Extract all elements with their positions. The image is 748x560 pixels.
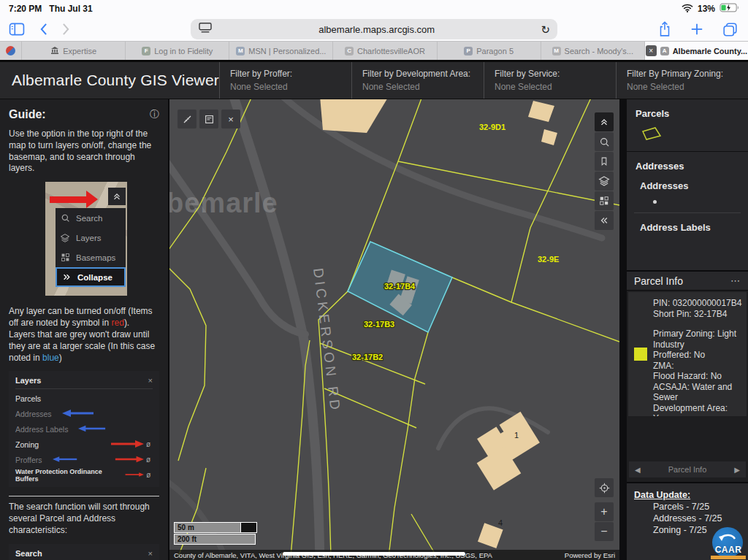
menu-item-basemaps: Basemaps — [56, 248, 126, 267]
msn-favicon: M — [236, 47, 245, 55]
filter-service[interactable]: Filter by Service: None Selected — [484, 62, 616, 99]
zoom-out-button[interactable]: − — [595, 522, 614, 541]
red-arrow — [110, 440, 144, 449]
parcel-zma: ZMA: — [653, 361, 744, 372]
tab-msn[interactable]: M MSN | Personalized... — [229, 42, 333, 60]
blue-word: blue — [42, 353, 59, 363]
page-title: Albemarle County GIS Viewer — [0, 62, 219, 99]
moodys-favicon: M — [552, 47, 561, 55]
county-watermark: bemarle — [169, 188, 278, 218]
tab-moodys[interactable]: M Search - Moody's... — [541, 42, 645, 60]
parcel-zoning: Primary Zoning: Light Industry — [653, 329, 744, 350]
parcel-label-32-17b4: 32-17B4 — [384, 282, 416, 291]
caor-favicon: C — [345, 47, 354, 55]
parcel-acsaja: ACSAJA: Water and Sewer — [653, 382, 744, 403]
tab-overview-icon[interactable] — [198, 22, 213, 37]
data-update-title: Data Update: — [634, 490, 741, 500]
caar-logo: CAAR — [710, 527, 747, 559]
guide-intro: Use the option in the top right of the m… — [9, 129, 159, 174]
map-toolbar-bottom-right: + − — [595, 478, 614, 542]
blue-arrow — [62, 410, 94, 418]
tab-expertise[interactable]: Expertise — [22, 42, 126, 60]
tab-charlottesvilleaor[interactable]: C CharlottesvilleAOR — [333, 42, 437, 60]
collapse-left-button[interactable] — [595, 211, 614, 230]
parcel-label-32-17b3: 32-17B3 — [364, 320, 394, 329]
measure-tool-button[interactable] — [178, 110, 196, 129]
guide-screenshot-menu: Search Layers Basemaps Collapse — [45, 182, 127, 296]
share-button[interactable] — [658, 21, 671, 37]
pager-prev-icon[interactable]: ◀ — [635, 466, 641, 474]
layer-row-addresses: Addresses — [15, 406, 153, 421]
battery-charging-icon — [720, 3, 739, 15]
filter-development-area[interactable]: Filter by Development Area: None Selecte… — [351, 62, 484, 99]
tab-albemarle-active[interactable]: × A Albemarle County... — [645, 42, 748, 60]
tab-paragon[interactable]: P Paragon 5 — [438, 42, 541, 60]
parcel-flood-hazard: Flood Hazard: No — [653, 371, 744, 382]
guide-sidebar: Guide: ⓘ Use the option in the top right… — [0, 99, 169, 560]
pager-next-icon[interactable]: ▶ — [734, 466, 740, 474]
locate-button[interactable] — [595, 478, 614, 497]
date-label: Thu Jul 31 — [49, 4, 92, 14]
map-container[interactable]: bemarle — [169, 99, 619, 560]
menu-item-search: Search — [56, 208, 126, 228]
info-icon[interactable]: ⓘ — [150, 108, 159, 121]
parcel-pin: PIN: 032000000017B4 — [653, 298, 744, 309]
app-header: Albemarle County GIS Viewer Filter by Pr… — [0, 60, 748, 99]
clock: 7:20 PM — [9, 4, 42, 14]
legend-parcels-title: Parcels — [627, 108, 748, 119]
layer-row-address-labels: Address Labels — [15, 421, 153, 437]
url-text[interactable]: albemarle.maps.arcgis.com — [213, 24, 541, 35]
guide-heading: Guide: — [9, 108, 46, 121]
forward-button[interactable] — [62, 23, 70, 36]
new-tab-button[interactable] — [690, 23, 703, 36]
tab-switcher-button[interactable] — [722, 22, 738, 37]
home-indicator[interactable] — [283, 552, 465, 556]
filter-proffer[interactable]: Filter by Proffer: None Selected — [219, 62, 351, 99]
back-button[interactable] — [39, 23, 47, 36]
parcel-label-32-9e: 32-9E — [538, 255, 559, 264]
layers-button[interactable] — [595, 172, 614, 191]
building-label-1: 1 — [514, 431, 519, 440]
url-bar[interactable]: albemarle.maps.arcgis.com ↻ — [191, 19, 557, 39]
close-icon: × — [148, 376, 153, 385]
parcel-label-32-9d1: 32-9D1 — [479, 123, 505, 131]
bookmark-button[interactable] — [595, 152, 614, 171]
guide-screenshot-layers: Layers × Parcels Addresses Address Label… — [9, 371, 159, 487]
data-update-panel: Data Update: Parcels - 7/25 Addresses - … — [627, 482, 748, 560]
scale-bar: 50 m 200 ft — [174, 522, 257, 545]
data-update-parcels: Parcels - 7/25 — [653, 502, 741, 512]
ellipsis-menu-icon[interactable]: ⋯ — [730, 275, 741, 286]
divider — [627, 151, 748, 152]
parcel-info-pager: ◀ Parcel Info ▶ — [629, 461, 746, 477]
filter-primary-zoning[interactable]: Filter By Primary Zoning: None Selected — [616, 62, 748, 99]
extension-icon[interactable] — [0, 42, 22, 60]
data-update-addresses: Addresses - 7/25 — [653, 513, 741, 523]
guide-screenshot-search: Search × ▾ Find address or place Search … — [9, 544, 159, 560]
map-legend-button[interactable] — [199, 110, 218, 129]
map-canvas[interactable]: bemarle — [169, 99, 619, 556]
wifi-icon — [682, 4, 693, 15]
fidelity-favicon: F — [142, 47, 150, 55]
red-arrow — [115, 456, 144, 464]
tab-fidelity[interactable]: F Log in to Fidelity — [126, 42, 229, 60]
reload-button[interactable]: ↻ — [541, 24, 550, 35]
legend-panel: Parcels Addresses Addresses Address Labe… — [627, 99, 748, 272]
sidebar-toggle-button[interactable] — [9, 23, 25, 36]
basemaps-button[interactable] — [595, 191, 614, 210]
parcel-info-body: PIN: 032000000017B4 Short Pin: 32-17B4 P… — [628, 292, 747, 416]
parcel-label-32-17b2: 32-17B2 — [352, 353, 383, 361]
parcel-symbol-icon — [641, 126, 662, 141]
close-tool-button[interactable]: × — [221, 110, 240, 129]
panel-gutter — [619, 99, 627, 560]
battery-percent: 13% — [698, 4, 715, 14]
search-button[interactable] — [595, 132, 614, 151]
menu-item-layers: Layers — [56, 228, 126, 248]
guide-search-note: The search function will sort through se… — [9, 502, 159, 536]
collapse-up-button[interactable] — [595, 112, 614, 131]
paragon-favicon: P — [464, 47, 473, 55]
menu-item-collapse: Collapse — [56, 267, 126, 287]
zoom-in-button[interactable]: + — [595, 502, 614, 521]
parcel-short-pin: Short Pin: 32-17B4 — [653, 309, 744, 320]
building-label-4: 4 — [498, 518, 503, 527]
close-tab-icon[interactable]: × — [646, 45, 657, 56]
